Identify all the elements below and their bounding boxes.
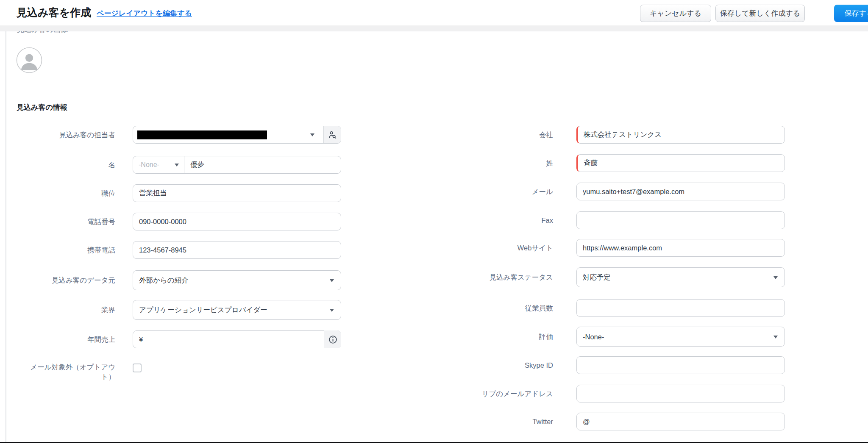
lead-status-value: 対応予定 bbox=[583, 273, 611, 282]
company-input[interactable] bbox=[576, 126, 785, 144]
chevron-down-icon bbox=[773, 336, 778, 339]
lead-photo-upload[interactable] bbox=[16, 47, 42, 73]
secondary-email-label: サブのメールアドレス bbox=[424, 385, 553, 402]
lead-status-select[interactable]: 対応予定 bbox=[576, 267, 785, 287]
field-row-website: Webサイト bbox=[0, 239, 868, 257]
field-row-last-name: 姓 bbox=[0, 154, 868, 172]
fax-label: Fax bbox=[424, 211, 553, 229]
company-label: 会社 bbox=[424, 126, 553, 144]
field-row-email: メール bbox=[0, 183, 868, 200]
page-title: 見込み客を作成 bbox=[17, 6, 91, 19]
twitter-input[interactable] bbox=[576, 413, 785, 430]
field-row-rating: 評価 -None- bbox=[0, 327, 868, 347]
email-input[interactable] bbox=[576, 183, 785, 200]
website-label: Webサイト bbox=[424, 239, 553, 257]
lead-form-card: 見込み客の画像 見込み客の情報 見込み客の担当者 bbox=[0, 31, 868, 442]
lead-status-label: 見込み客ステータス bbox=[424, 267, 553, 287]
email-label: メール bbox=[424, 183, 553, 200]
rating-value: -None- bbox=[583, 333, 604, 341]
currency-prefix: ¥ bbox=[139, 336, 143, 344]
employees-input[interactable] bbox=[576, 299, 785, 317]
secondary-email-input[interactable] bbox=[576, 385, 785, 402]
page-header: 見込み客を作成 ページレイアウトを編集する キャンセルする 保存して新しく作成す… bbox=[0, 0, 868, 25]
field-row-fax: Fax bbox=[0, 211, 868, 229]
last-name-input[interactable] bbox=[576, 154, 785, 172]
bottom-border-line bbox=[0, 442, 868, 443]
website-input[interactable] bbox=[576, 239, 785, 257]
save-and-new-button[interactable]: 保存して新しく作成する bbox=[715, 5, 805, 22]
chevron-down-icon bbox=[773, 276, 778, 279]
person-avatar-placeholder-icon bbox=[16, 47, 42, 73]
section-title-lead-information: 見込み客の情報 bbox=[17, 103, 67, 112]
clipped-image-section-title: 見込み客の画像 bbox=[17, 31, 68, 34]
employees-label: 従業員数 bbox=[424, 299, 553, 317]
header-divider-band bbox=[0, 25, 868, 31]
field-row-lead-status: 見込み客ステータス 対応予定 bbox=[0, 267, 868, 287]
field-row-company: 会社 bbox=[0, 126, 868, 144]
field-row-skype-id: Skype ID bbox=[0, 356, 868, 374]
skype-id-input[interactable] bbox=[576, 356, 785, 374]
edit-page-layout-link[interactable]: ページレイアウトを編集する bbox=[97, 8, 192, 18]
field-row-employees: 従業員数 bbox=[0, 299, 868, 317]
fax-input[interactable] bbox=[576, 211, 785, 229]
last-name-label: 姓 bbox=[424, 154, 553, 172]
field-row-secondary-email: サブのメールアドレス bbox=[0, 385, 868, 402]
save-button[interactable]: 保存する bbox=[834, 5, 868, 22]
rating-label: 評価 bbox=[424, 327, 553, 347]
field-row-twitter: Twitter @ bbox=[0, 413, 868, 430]
skype-id-label: Skype ID bbox=[424, 356, 553, 374]
rating-select[interactable]: -None- bbox=[576, 327, 785, 347]
cancel-button[interactable]: キャンセルする bbox=[640, 5, 711, 22]
twitter-label: Twitter bbox=[424, 413, 553, 430]
twitter-at-prefix: @ bbox=[583, 418, 590, 426]
